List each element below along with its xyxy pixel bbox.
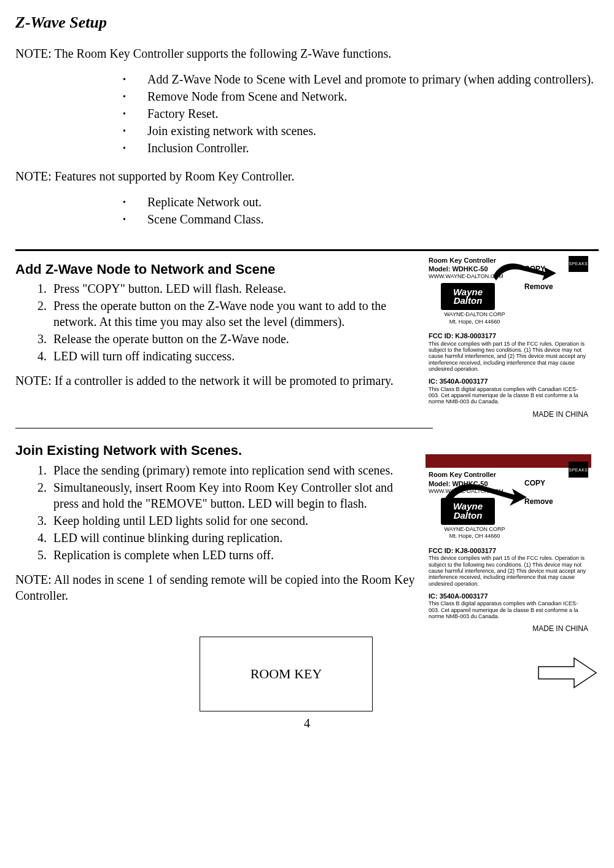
list-item: Add Z-Wave Node to Scene with Level and … [123, 71, 599, 87]
logo-text-bottom: Dalton [454, 511, 483, 520]
section-heading-join-network: Join Existing Network with Scenes. [15, 442, 416, 460]
label-fcc-text: This device complies with part 15 of the… [429, 555, 588, 587]
label-made-in: MADE IN CHINA [429, 410, 588, 420]
list-item: Inclusion Controller. [123, 140, 599, 156]
list-item: Place the sending (primary) remote into … [50, 462, 416, 478]
note-supported-intro: NOTE: The Room Key Controller supports t… [15, 45, 599, 61]
logo-text-bottom: Dalton [454, 296, 483, 305]
label-made-in: MADE IN CHINA [429, 624, 588, 634]
label-fcc-text: This device complies with part 15 of the… [429, 341, 588, 373]
list-item: Remove Node from Scene and Network. [123, 88, 599, 104]
list-item: Press the operate button on the Z-Wave n… [50, 298, 416, 330]
list-item: Scene Command Class. [123, 211, 599, 227]
pointing-hand-icon [490, 255, 558, 285]
product-label-panel-2: SPEAKS Room Key Controller Model: WDHKC-… [429, 462, 588, 634]
divider-thin [15, 428, 433, 428]
list-item: Replication is complete when LED turns o… [50, 547, 416, 563]
zwave-badge: SPEAKS [569, 256, 588, 272]
red-bar-decoration [426, 454, 591, 468]
supported-functions-list: Add Z-Wave Node to Scene with Level and … [123, 71, 599, 156]
room-key-diagram: ROOM KEY [200, 637, 373, 711]
list-item: Join existing network with scenes. [123, 123, 599, 139]
list-item: LED will turn off indicating success. [50, 348, 416, 364]
section-heading-add-node: Add Z-Wave Node to Network and Scene [15, 261, 416, 279]
label-ic-id: IC: 3540A-0003177 [429, 592, 588, 600]
zwave-badge: SPEAKS [569, 462, 588, 478]
product-label-panel-1: SPEAKS Room Key Controller Model: WDHKC-… [429, 256, 588, 420]
remove-button-label: Remove [524, 497, 580, 507]
label-corp: WAYNE-DALTON CORP [429, 526, 521, 533]
arrow-right-icon [537, 654, 599, 691]
copy-button-label: COPY [524, 479, 580, 489]
label-corp: WAYNE-DALTON CORP [429, 311, 521, 319]
label-address: Mt. Hope, OH 44660 [429, 319, 521, 326]
label-ic-text: This Class B digital apparatus complies … [429, 600, 588, 619]
page-number: 4 [15, 715, 599, 731]
label-fcc-id: FCC ID: KJ8-0003177 [429, 331, 588, 340]
pointing-hand-icon [441, 473, 527, 510]
list-item: Replicate Network out. [123, 194, 599, 210]
list-item: Simultaneously, insert Room Key into Roo… [50, 479, 416, 511]
list-item: Keep holding until LED lights solid for … [50, 513, 416, 529]
unsupported-functions-list: Replicate Network out. Scene Command Cla… [123, 194, 599, 227]
label-ic-text: This Class B digital apparatus complies … [429, 386, 588, 405]
label-address: Mt. Hope, OH 44660 [429, 533, 521, 540]
page-title: Z-Wave Setup [15, 12, 599, 33]
label-ic-id: IC: 3540A-0003177 [429, 377, 588, 386]
list-item: Release the operate button on the Z-Wave… [50, 331, 416, 347]
divider-thick [15, 249, 599, 251]
note-scene-copy: NOTE: All nodes in scene 1 of sending re… [15, 572, 416, 603]
list-item: Press "COPY" button. LED will flash. Rel… [50, 281, 416, 296]
list-item: LED will continue blinking during replic… [50, 530, 416, 546]
note-promote-primary: NOTE: If a controller is added to the ne… [15, 373, 416, 389]
note-unsupported-intro: NOTE: Features not supported by Room Key… [15, 168, 599, 184]
list-item: Factory Reset. [123, 106, 599, 122]
join-network-steps: Place the sending (primary) remote into … [50, 462, 416, 563]
label-fcc-id: FCC ID: KJ8-0003177 [429, 546, 588, 555]
wayne-dalton-logo: Wayne Dalton [441, 283, 495, 310]
add-node-steps: Press "COPY" button. LED will flash. Rel… [50, 281, 416, 364]
